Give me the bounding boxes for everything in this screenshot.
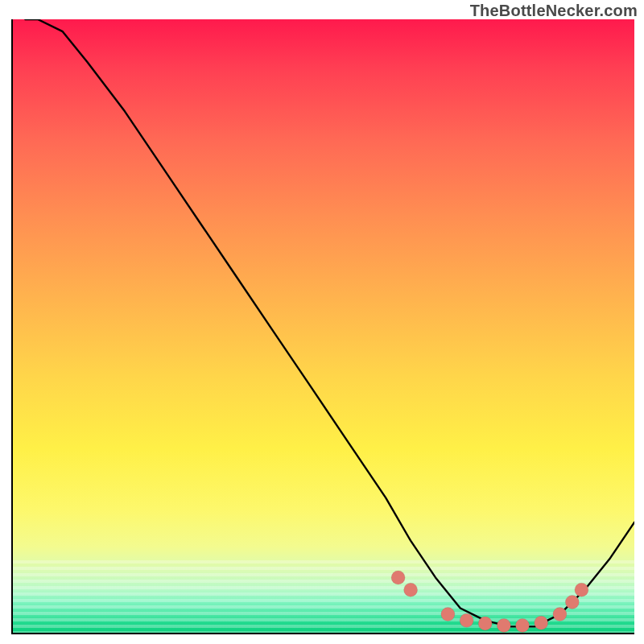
- watermark-text: TheBottleNecker.com: [470, 2, 638, 20]
- marker-dot: [478, 617, 492, 630]
- marker-dot: [460, 613, 473, 627]
- marker-dot: [404, 583, 418, 597]
- marker-dot: [553, 608, 567, 621]
- marker-dot: [497, 618, 510, 632]
- marker-dot: [441, 608, 455, 621]
- chart-container: TheBottleNecker.com: [0, 0, 644, 644]
- marker-dot: [516, 618, 530, 632]
- marker-dot: [391, 571, 405, 584]
- curve-line: [25, 19, 634, 626]
- plot-area: [11, 19, 634, 634]
- marker-dot: [535, 616, 548, 630]
- marker-dot: [565, 595, 579, 609]
- marker-dot: [575, 583, 588, 597]
- chart-svg: [13, 19, 634, 633]
- marker-group: [391, 571, 588, 633]
